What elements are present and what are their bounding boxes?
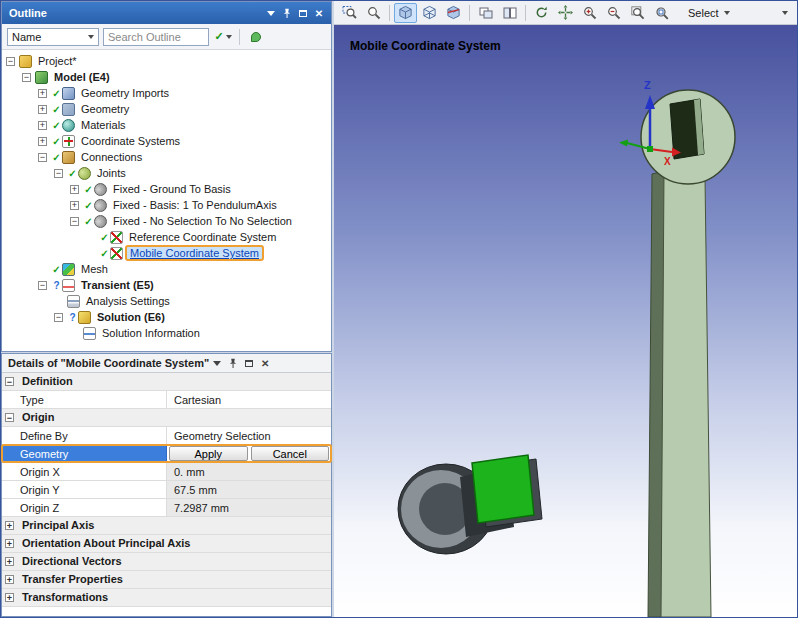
details-titlebar[interactable]: Details of "Mobile Coordinate System" [2,354,331,373]
expand-toggle[interactable] [5,575,14,584]
filter-tree-button[interactable] [246,28,266,46]
details-category-transfer-properties[interactable]: Transfer Properties [2,571,331,589]
pan-icon[interactable] [554,3,577,23]
coordinate-system-icon [110,247,123,260]
expand-toggle[interactable] [38,137,47,146]
category-label: Orientation About Principal Axis [19,535,190,552]
tree-item-fixed-basis-to-pendulumaxis[interactable]: Fixed - Basis: 1 To PendulumAxis [2,197,331,213]
tree-item-label: Solution (E6) [95,311,167,323]
expand-toggle[interactable] [5,557,14,566]
analysis-settings-icon [67,295,80,308]
tree-item-label: Project* [36,55,79,67]
rotate-icon[interactable] [530,3,553,23]
tree-item-model[interactable]: Model (E4) [2,69,331,85]
box-zoom-icon[interactable] [338,3,361,23]
tree-item-connections[interactable]: Connections [2,149,331,165]
expand-toggle[interactable] [38,153,47,162]
category-label: Principal Axis [19,517,94,534]
expand-toggle[interactable] [70,201,79,210]
expand-toggle[interactable] [6,57,15,66]
expand-toggle[interactable] [38,281,47,290]
tree-item-joints[interactable]: Joints [2,165,331,181]
materials-icon [62,119,75,132]
shaded-cube-icon[interactable] [394,3,417,23]
property-name-selected[interactable]: Geometry [2,445,167,462]
tree-item-materials[interactable]: Materials [2,117,331,133]
expand-toggle[interactable] [22,73,31,82]
expand-toggle[interactable] [38,89,47,98]
maximize-icon[interactable] [241,355,257,371]
tile-windows-icon[interactable] [498,3,521,23]
details-category-transformations[interactable]: Transformations [2,589,331,607]
tree-item-solution[interactable]: Solution (E6) [2,309,331,325]
tree-item-analysis-settings[interactable]: Analysis Settings [2,293,331,309]
details-category-principal-axis[interactable]: Principal Axis [2,517,331,535]
tree-item-coordinate-systems[interactable]: Coordinate Systems [2,133,331,149]
expand-toggle[interactable] [70,185,79,194]
tree-item-mobile-coordinate-system[interactable]: Mobile Coordinate System [2,245,331,261]
pendulum-body[interactable] [641,90,735,617]
zoom-fit-icon[interactable] [362,3,385,23]
expand-toggle[interactable] [54,313,63,322]
tree-item-fixed-no-selection[interactable]: Fixed - No Selection To No Selection [2,213,331,229]
3d-viewport[interactable]: Mobile Coordinate System [334,25,797,617]
toolbar-separator [469,5,470,21]
expand-toggle[interactable] [38,121,47,130]
wireframe-cube-icon[interactable] [418,3,441,23]
expand-toggle[interactable] [5,521,14,530]
check-icon [214,30,223,43]
maximize-icon[interactable] [295,5,311,21]
tree-item-reference-coordinate-system[interactable]: Reference Coordinate System [2,229,331,245]
expand-toggle[interactable] [5,413,14,422]
pin-icon[interactable] [225,355,241,371]
new-window-icon[interactable] [474,3,497,23]
tree-item-geometry-imports[interactable]: Geometry Imports [2,85,331,101]
apply-button[interactable]: Apply [169,446,248,461]
property-value[interactable]: Geometry Selection [167,427,331,444]
tree-item-project[interactable]: Project* [2,53,331,69]
tree-item-label: Geometry Imports [79,87,171,99]
zoom-out-icon[interactable] [602,3,625,23]
tree-item-label: Joints [95,167,128,179]
tree-item-transient[interactable]: Transient (E5) [2,277,331,293]
select-mode-dropdown[interactable]: Select [680,3,738,23]
tree-item-label-selected[interactable]: Mobile Coordinate System [125,245,264,261]
chevron-down-icon[interactable] [209,355,225,371]
search-input[interactable] [103,28,209,46]
zoom-extents-icon[interactable] [626,3,649,23]
expand-toggle[interactable] [70,217,79,226]
expand-toggle[interactable] [54,169,63,178]
expand-toggle[interactable] [5,593,14,602]
category-label: Origin [19,409,54,426]
details-category-origin[interactable]: Origin [2,409,331,427]
pin-icon[interactable] [279,5,295,21]
name-filter-dropdown[interactable]: Name [7,28,99,46]
expand-toggle[interactable] [5,539,14,548]
property-value[interactable]: Cartesian [167,391,331,408]
search-options-button[interactable] [213,28,233,46]
property-name: Define By [2,427,167,444]
toolbar-overflow-icon[interactable] [777,11,793,15]
details-category-directional-vectors[interactable]: Directional Vectors [2,553,331,571]
tree-item-solution-information[interactable]: Solution Information [2,325,331,341]
tree-item-geometry[interactable]: Geometry [2,101,331,117]
outline-titlebar[interactable]: Outline [2,2,331,24]
selected-face[interactable] [472,455,534,523]
tree-item-mesh[interactable]: Mesh [2,261,331,277]
3d-scene[interactable]: X Z [334,25,797,617]
details-category-orientation[interactable]: Orientation About Principal Axis [2,535,331,553]
zoom-window-icon[interactable] [650,3,673,23]
expand-toggle[interactable] [38,105,47,114]
zoom-in-icon[interactable] [578,3,601,23]
section-cube-icon[interactable] [442,3,465,23]
close-icon[interactable] [257,355,273,371]
basis-part[interactable] [398,455,542,554]
cancel-button[interactable]: Cancel [251,446,330,461]
details-category-definition[interactable]: Definition [2,373,331,391]
close-icon[interactable] [311,5,327,21]
expand-toggle[interactable] [5,377,14,386]
outline-tree: Project* Model (E4) Geometry Imports [2,50,331,351]
tree-item-fixed-ground-to-basis[interactable]: Fixed - Ground To Basis [2,181,331,197]
solution-information-icon [83,327,96,340]
chevron-down-icon[interactable] [263,5,279,21]
